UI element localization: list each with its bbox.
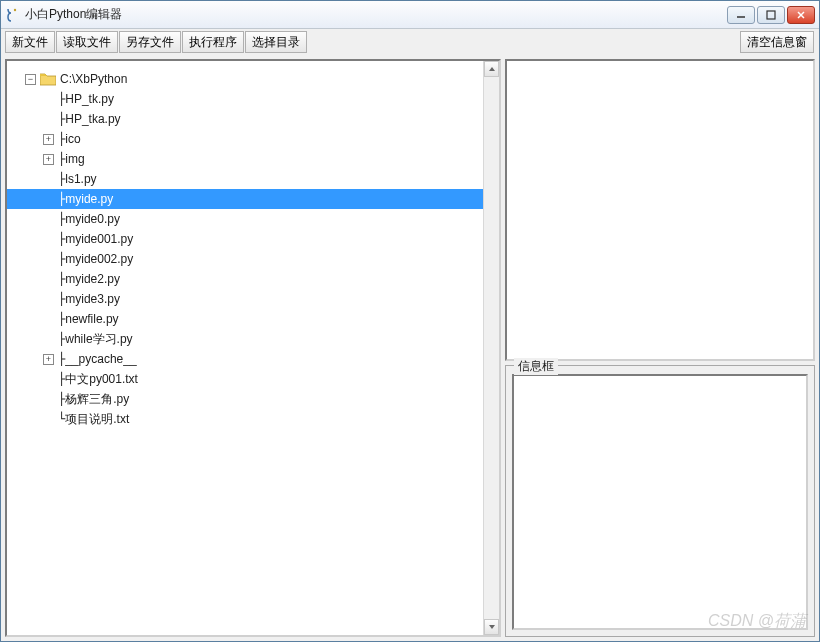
window-title: 小白Python编辑器	[25, 6, 727, 23]
tree-branch-glyph: ├	[58, 172, 65, 186]
tree-item-label: myide002.py	[65, 252, 133, 266]
scroll-up-button[interactable]	[484, 61, 499, 77]
tree-item-label: img	[65, 152, 84, 166]
tree-item-label: myide2.py	[65, 272, 120, 286]
tree-item[interactable]: ├杨辉三角.py	[7, 389, 483, 409]
tree-item-label: ico	[65, 132, 80, 146]
tree-item-label: 杨辉三角.py	[65, 391, 129, 408]
content-area: − C:\XbPython ├HP_tk.py├HP_tka.py+├ico+├…	[1, 55, 819, 641]
tree-branch-glyph: ├	[58, 112, 65, 126]
folder-icon	[40, 72, 56, 86]
tree-branch-glyph: ├	[58, 292, 65, 306]
tree-item-label: ls1.py	[65, 172, 96, 186]
tree-item-label: myide0.py	[65, 212, 120, 226]
tree-item[interactable]: ├myide002.py	[7, 249, 483, 269]
tree-item[interactable]: +├ico	[7, 129, 483, 149]
expand-icon[interactable]: +	[43, 154, 54, 165]
info-groupbox: 信息框	[505, 365, 815, 637]
new-file-button[interactable]: 新文件	[5, 31, 55, 53]
choose-dir-button[interactable]: 选择目录	[245, 31, 307, 53]
save-as-button[interactable]: 另存文件	[119, 31, 181, 53]
tree-item[interactable]: └项目说明.txt	[7, 409, 483, 429]
collapse-icon[interactable]: −	[25, 74, 36, 85]
tree-branch-glyph: ├	[58, 232, 65, 246]
info-groupbox-label: 信息框	[514, 358, 558, 375]
expand-icon[interactable]: +	[43, 134, 54, 145]
tree-item[interactable]: ├HP_tk.py	[7, 89, 483, 109]
expand-icon[interactable]: +	[43, 354, 54, 365]
right-pane: 信息框	[505, 59, 815, 637]
tree-item-label: newfile.py	[65, 312, 118, 326]
tree-branch-glyph: ├	[58, 192, 65, 206]
tree-item-label: HP_tk.py	[65, 92, 114, 106]
close-button[interactable]	[787, 6, 815, 24]
svg-rect-2	[767, 11, 775, 19]
tree-item-label: 中文py001.txt	[65, 371, 138, 388]
tree-item[interactable]: ├while学习.py	[7, 329, 483, 349]
tree-branch-glyph: ├	[58, 132, 65, 146]
tree-item[interactable]: ├HP_tka.py	[7, 109, 483, 129]
app-icon	[5, 7, 21, 23]
tree-branch-glyph: └	[58, 412, 65, 426]
tree-item[interactable]: ├myide001.py	[7, 229, 483, 249]
tree-branch-glyph: ├	[58, 312, 65, 326]
tree-branch-glyph: ├	[58, 372, 65, 386]
tree-root-node[interactable]: − C:\XbPython	[7, 69, 483, 89]
tree-item[interactable]: ├ls1.py	[7, 169, 483, 189]
maximize-button[interactable]	[757, 6, 785, 24]
read-file-button[interactable]: 读取文件	[56, 31, 118, 53]
tree-item[interactable]: +├__pycache__	[7, 349, 483, 369]
tree-branch-glyph: ├	[58, 252, 65, 266]
titlebar: 小白Python编辑器	[1, 1, 819, 29]
tree-branch-glyph: ├	[58, 272, 65, 286]
tree-branch-glyph: ├	[58, 212, 65, 226]
application-window: 小白Python编辑器 新文件 读取文件 另存文件 执行程序 选择目录 清空信息…	[0, 0, 820, 642]
svg-point-0	[14, 8, 16, 10]
run-program-button[interactable]: 执行程序	[182, 31, 244, 53]
minimize-button[interactable]	[727, 6, 755, 24]
scroll-down-button[interactable]	[484, 619, 499, 635]
tree-scrollbar[interactable]	[483, 61, 499, 635]
window-controls	[727, 6, 815, 24]
tree-item-label: __pycache__	[65, 352, 136, 366]
left-pane: − C:\XbPython ├HP_tk.py├HP_tka.py+├ico+├…	[5, 59, 501, 637]
tree-item-label: myide001.py	[65, 232, 133, 246]
tree-item[interactable]: ├myide.py	[7, 189, 483, 209]
tree-item[interactable]: ├newfile.py	[7, 309, 483, 329]
tree-item[interactable]: ├myide2.py	[7, 269, 483, 289]
tree-branch-glyph: ├	[58, 152, 65, 166]
tree-item-label: myide.py	[65, 192, 113, 206]
tree-item[interactable]: ├myide0.py	[7, 209, 483, 229]
info-textarea[interactable]	[512, 374, 808, 630]
tree-item[interactable]: ├myide3.py	[7, 289, 483, 309]
tree-scroll-region: − C:\XbPython ├HP_tk.py├HP_tka.py+├ico+├…	[7, 61, 483, 635]
clear-info-button[interactable]: 清空信息窗	[740, 31, 814, 53]
file-tree[interactable]: − C:\XbPython ├HP_tk.py├HP_tka.py+├ico+├…	[5, 59, 501, 637]
editor-area[interactable]	[505, 59, 815, 361]
tree-item[interactable]: ├中文py001.txt	[7, 369, 483, 389]
tree-node-label: C:\XbPython	[60, 72, 127, 86]
tree-item-label: 项目说明.txt	[65, 411, 129, 428]
tree-item-label: HP_tka.py	[65, 112, 120, 126]
toolbar: 新文件 读取文件 另存文件 执行程序 选择目录 清空信息窗	[1, 29, 819, 55]
tree-item-label: myide3.py	[65, 292, 120, 306]
tree-item-label: while学习.py	[65, 331, 132, 348]
tree-item[interactable]: +├img	[7, 149, 483, 169]
tree-branch-glyph: ├	[58, 92, 65, 106]
